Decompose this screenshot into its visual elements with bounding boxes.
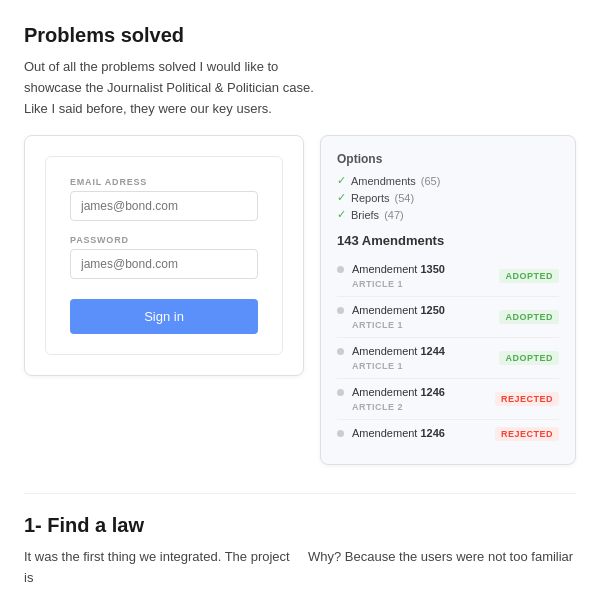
status-badge-1246a: REJECTED [495,392,559,406]
find-law-left-text: It was the first thing we integrated. Th… [24,547,292,589]
option-amendments: ✓ Amendments (65) [337,174,559,187]
option-briefs: ✓ Briefs (47) [337,208,559,221]
check-briefs-icon: ✓ [337,208,346,221]
amendment-name-1246a: Amendement 1246 [352,385,445,400]
options-title: Options [337,152,559,166]
amendment-row-1246a: Amendement 1246 ARTICLE 2 REJECTED [337,379,559,420]
find-law-left: It was the first thing we integrated. Th… [24,547,292,589]
amendment-left-1350: Amendement 1350 ARTICLE 1 [337,262,445,290]
sign-in-button[interactable]: Sign in [70,299,258,334]
password-group: PASSWORD [70,235,258,279]
amendment-name-1246b: Amendement 1246 [352,426,445,441]
amendments-section: Options ✓ Amendments (65) ✓ Reports (54) [320,135,576,464]
find-law-right: Why? Because the users were not too fami… [308,547,576,589]
status-badge-1350: ADOPTED [499,269,559,283]
problems-section: Problems solved Out of all the problems … [24,24,576,465]
amendment-row-1350: Amendement 1350 ARTICLE 1 ADOPTED [337,256,559,297]
option-amendments-count: (65) [421,175,441,187]
status-badge-1250: ADOPTED [499,310,559,324]
option-amendments-label: Amendments [351,175,416,187]
email-label: EMAIL ADRESS [70,177,258,187]
section-divider [24,493,576,494]
amendment-dot-1350 [337,266,344,273]
find-law-right-text: Why? Because the users were not too fami… [308,547,576,568]
amendments-list: Amendement 1350 ARTICLE 1 ADOPTED [337,256,559,447]
page-wrapper: Problems solved Out of all the problems … [0,0,600,588]
option-reports: ✓ Reports (54) [337,191,559,204]
option-reports-label: Reports [351,192,390,204]
amendment-left-1246a: Amendement 1246 ARTICLE 2 [337,385,445,413]
login-section: EMAIL ADRESS PASSWORD Sign in [24,135,304,464]
amendment-left-1250: Amendement 1250 ARTICLE 1 [337,303,445,331]
problems-two-col: EMAIL ADRESS PASSWORD Sign in Options [24,135,576,464]
options-list: ✓ Amendments (65) ✓ Reports (54) ✓ Brief… [337,174,559,221]
amendment-article-1246a: ARTICLE 2 [352,401,445,414]
amendment-row-1250: Amendement 1250 ARTICLE 1 ADOPTED [337,297,559,338]
email-input[interactable] [70,191,258,221]
amendment-left-1244: Amendement 1244 ARTICLE 1 [337,344,445,372]
amendment-dot-1246b [337,430,344,437]
amendment-name-1250: Amendement 1250 [352,303,445,318]
option-briefs-count: (47) [384,209,404,221]
amendments-card: Options ✓ Amendments (65) ✓ Reports (54) [320,135,576,464]
password-input[interactable] [70,249,258,279]
check-reports-icon: ✓ [337,191,346,204]
login-inner: EMAIL ADRESS PASSWORD Sign in [45,156,283,355]
amendment-article-1250: ARTICLE 1 [352,319,445,332]
amendments-count-title: 143 Amendments [337,233,559,248]
amendment-dot-1246a [337,389,344,396]
amendment-row-1246b: Amendement 1246 REJECTED [337,420,559,447]
check-amendments-icon: ✓ [337,174,346,187]
find-law-title: 1- Find a law [24,514,576,537]
problems-description: Out of all the problems solved I would l… [24,57,314,119]
status-badge-1244: ADOPTED [499,351,559,365]
amendment-article-1244: ARTICLE 1 [352,360,445,373]
option-briefs-label: Briefs [351,209,379,221]
amendment-left-1246b: Amendement 1246 [337,426,445,441]
amendment-name-1350: Amendement 1350 [352,262,445,277]
amendment-dot-1244 [337,348,344,355]
login-card: EMAIL ADRESS PASSWORD Sign in [24,135,304,376]
find-law-cols: It was the first thing we integrated. Th… [24,547,576,589]
amendment-row-1244: Amendement 1244 ARTICLE 1 ADOPTED [337,338,559,379]
amendment-article-1350: ARTICLE 1 [352,278,445,291]
status-badge-1246b: REJECTED [495,427,559,441]
amendment-name-1244: Amendement 1244 [352,344,445,359]
problems-title: Problems solved [24,24,576,47]
option-reports-count: (54) [395,192,415,204]
find-law-section: 1- Find a law It was the first thing we … [24,514,576,589]
email-group: EMAIL ADRESS [70,177,258,221]
password-label: PASSWORD [70,235,258,245]
amendment-dot-1250 [337,307,344,314]
